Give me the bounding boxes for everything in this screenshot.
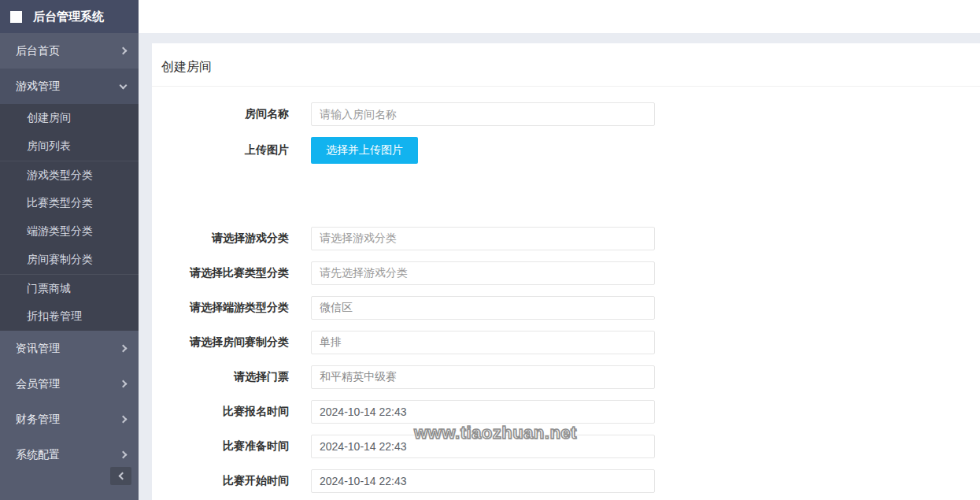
chevron-right-icon <box>120 345 128 353</box>
sidebar-item-label: 会员管理 <box>16 377 60 391</box>
sidebar-submenu-game: 创建房间 房间列表 游戏类型分类 比赛类型分类 端游类型分类 房间赛制分类 门票… <box>0 104 139 331</box>
subitem-label: 比赛类型分类 <box>27 196 93 210</box>
page-title: 创建房间 <box>152 43 980 86</box>
topbar <box>139 0 980 33</box>
start-time-label: 比赛开始时间 <box>152 474 289 488</box>
subitem-label: 房间列表 <box>27 139 71 154</box>
form-row: 请选择比赛类型分类 <box>152 261 980 285</box>
match-type-label: 请选择比赛类型分类 <box>152 266 289 280</box>
subitem-label: 创建房间 <box>27 111 71 125</box>
subitem-label: 门票商城 <box>27 282 71 296</box>
sidebar-header: 后台管理系统 <box>0 0 139 33</box>
sidebar-item-label: 后台首页 <box>16 44 60 58</box>
sidebar-subitem-ticket-mall[interactable]: 门票商城 <box>0 274 139 302</box>
signup-time-input[interactable] <box>311 400 655 424</box>
sidebar-subitem-create-room[interactable]: 创建房间 <box>0 104 139 132</box>
sidebar-subitem-client-game-category[interactable]: 端游类型分类 <box>0 217 139 246</box>
upload-image-button[interactable]: 选择并上传图片 <box>311 137 418 164</box>
form-row: 请选择房间赛制分类 <box>152 331 980 354</box>
app-layout: 后台管理系统 后台首页 游戏管理 创建房间 房间列表 游戏类型分类 比赛类型分类 <box>0 0 980 500</box>
sidebar-item-finance-management[interactable]: 财务管理 <box>0 402 139 437</box>
subitem-label: 折扣卷管理 <box>27 309 82 324</box>
logo-icon <box>10 11 22 23</box>
sidebar-subitem-game-type-category[interactable]: 游戏类型分类 <box>0 161 139 189</box>
room-format-label: 请选择房间赛制分类 <box>152 335 289 350</box>
chevron-right-icon <box>120 416 128 424</box>
form-row: 请选择游戏分类 <box>152 227 980 250</box>
form-row: 比赛报名时间 <box>152 400 980 424</box>
sidebar: 后台管理系统 后台首页 游戏管理 创建房间 房间列表 游戏类型分类 比赛类型分类 <box>0 0 139 500</box>
subitem-label: 房间赛制分类 <box>27 253 93 267</box>
room-format-select[interactable] <box>311 331 655 354</box>
upload-image-label: 上传图片 <box>152 143 289 157</box>
room-name-input[interactable] <box>311 102 655 126</box>
ticket-select[interactable] <box>311 365 655 389</box>
signup-time-label: 比赛报名时间 <box>152 405 289 419</box>
form-row: 房间名称 <box>152 102 980 126</box>
subitem-label: 端游类型分类 <box>27 224 93 239</box>
main-area: 创建房间 房间名称 上传图片 选择并上传图片 <box>139 0 980 500</box>
sidebar-item-member-management[interactable]: 会员管理 <box>0 366 139 402</box>
sidebar-item-home[interactable]: 后台首页 <box>0 33 139 69</box>
game-category-label: 请选择游戏分类 <box>152 231 289 246</box>
sidebar-subitem-discount-coupon[interactable]: 折扣卷管理 <box>0 302 139 331</box>
start-time-input[interactable] <box>311 469 655 493</box>
prepare-time-label: 比赛准备时间 <box>152 439 289 454</box>
ticket-label: 请选择门票 <box>152 370 289 384</box>
chevron-left-icon <box>118 472 126 480</box>
app-title: 后台管理系统 <box>33 9 104 24</box>
content-area: 创建房间 房间名称 上传图片 选择并上传图片 <box>139 33 980 500</box>
create-room-form: 房间名称 上传图片 选择并上传图片 请选择游戏分类 <box>152 87 980 493</box>
sidebar-item-label: 资讯管理 <box>16 342 60 356</box>
client-game-select[interactable] <box>311 296 655 320</box>
chevron-down-icon <box>120 81 128 89</box>
game-category-select[interactable] <box>311 227 655 250</box>
form-row: 比赛开始时间 <box>152 469 980 493</box>
form-row: 比赛准备时间 <box>152 435 980 458</box>
form-row: 请选择端游类型分类 <box>152 296 980 320</box>
match-type-select[interactable] <box>311 261 655 285</box>
sidebar-item-game-management[interactable]: 游戏管理 <box>0 69 139 104</box>
sidebar-subitem-room-list[interactable]: 房间列表 <box>0 132 139 161</box>
create-room-card: 创建房间 房间名称 上传图片 选择并上传图片 <box>152 43 980 500</box>
form-row: 请选择门票 <box>152 365 980 389</box>
sidebar-item-news-management[interactable]: 资讯管理 <box>0 331 139 366</box>
chevron-right-icon <box>120 380 128 388</box>
room-name-label: 房间名称 <box>152 107 289 121</box>
client-game-label: 请选择端游类型分类 <box>152 301 289 315</box>
sidebar-subitem-room-format-category[interactable]: 房间赛制分类 <box>0 246 139 274</box>
chevron-right-icon <box>120 47 128 55</box>
prepare-time-input[interactable] <box>311 435 655 458</box>
sidebar-item-label: 游戏管理 <box>16 80 60 94</box>
sidebar-collapse-button[interactable] <box>110 467 131 485</box>
form-row: 上传图片 选择并上传图片 <box>152 137 980 164</box>
subitem-label: 游戏类型分类 <box>27 169 93 183</box>
sidebar-item-label: 系统配置 <box>16 448 60 462</box>
sidebar-item-label: 财务管理 <box>16 413 60 427</box>
image-preview-spacer <box>152 175 980 227</box>
sidebar-subitem-match-type-category[interactable]: 比赛类型分类 <box>0 189 139 217</box>
chevron-right-icon <box>120 451 128 459</box>
